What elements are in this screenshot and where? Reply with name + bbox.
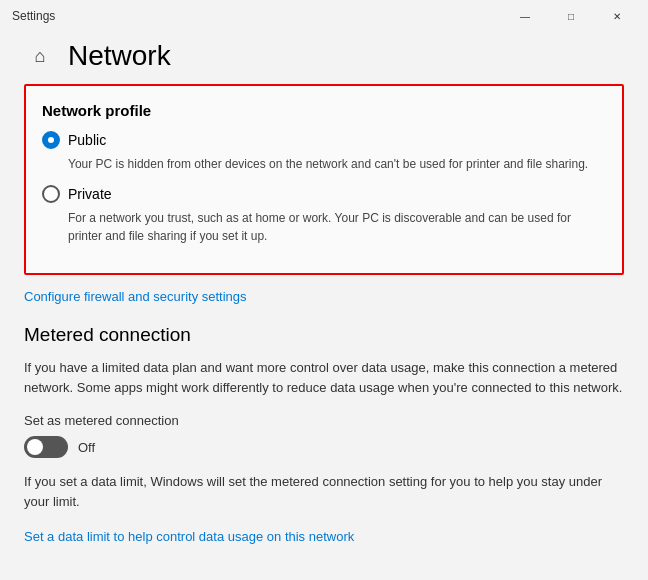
toggle-state-label: Off	[78, 440, 95, 455]
network-profile-title: Network profile	[42, 102, 606, 119]
app-title: Settings	[12, 9, 55, 23]
private-radio-label: Private	[68, 186, 112, 202]
metered-section-title: Metered connection	[24, 324, 624, 346]
metered-connection-section: Metered connection If you have a limited…	[24, 324, 624, 564]
public-radio-desc: Your PC is hidden from other devices on …	[68, 155, 606, 173]
data-limit-link[interactable]: Set a data limit to help control data us…	[24, 529, 354, 544]
home-icon: ⌂	[35, 46, 46, 67]
toggle-row: Off	[24, 436, 624, 458]
minimize-button[interactable]: —	[502, 0, 548, 32]
public-radio-option[interactable]: Public	[42, 131, 606, 149]
titlebar: Settings — □ ✕	[0, 0, 648, 32]
metered-toggle[interactable]	[24, 436, 68, 458]
private-radio-button[interactable]	[42, 185, 60, 203]
page-title: Network	[68, 40, 171, 72]
public-radio-button[interactable]	[42, 131, 60, 149]
toggle-label: Set as metered connection	[24, 413, 624, 428]
private-radio-option[interactable]: Private	[42, 185, 606, 203]
back-button[interactable]: ⌂	[24, 40, 56, 72]
close-button[interactable]: ✕	[594, 0, 640, 32]
private-radio-desc: For a network you trust, such as at home…	[68, 209, 606, 245]
metered-body-text: If you have a limited data plan and want…	[24, 358, 624, 397]
maximize-button[interactable]: □	[548, 0, 594, 32]
page-header: ⌂ Network	[0, 32, 648, 84]
public-radio-label: Public	[68, 132, 106, 148]
firewall-link[interactable]: Configure firewall and security settings	[24, 289, 247, 304]
titlebar-controls: — □ ✕	[502, 0, 640, 32]
titlebar-left: Settings	[12, 9, 55, 23]
network-profile-section: Network profile Public Your PC is hidden…	[24, 84, 624, 275]
content-area: Network profile Public Your PC is hidden…	[0, 84, 648, 580]
metered-footer-text: If you set a data limit, Windows will se…	[24, 472, 624, 511]
